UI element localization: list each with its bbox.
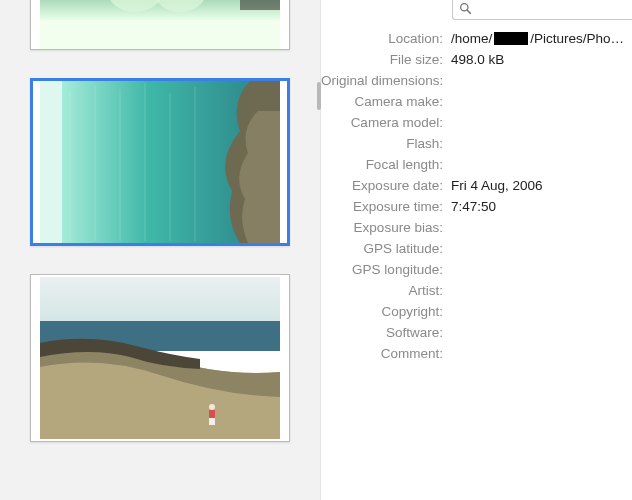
prop-value: 7:47:50 [451, 196, 624, 217]
prop-software: Software: [321, 322, 624, 343]
svg-rect-17 [209, 418, 215, 425]
search-icon [459, 2, 472, 15]
prop-exposure-bias: Exposure bias: [321, 217, 624, 238]
scrollbar-thumb[interactable] [317, 82, 321, 110]
svg-rect-3 [40, 20, 280, 50]
prop-label: Camera model: [321, 112, 451, 133]
thumbnail-item[interactable] [30, 274, 290, 442]
prop-comment: Comment: [321, 343, 624, 364]
properties-list: Location: /home//Pictures/Pho… File size… [321, 28, 632, 364]
photo-thumbnail-icon [40, 81, 280, 243]
prop-label: Original dimensions: [321, 70, 451, 91]
prop-artist: Artist: [321, 280, 624, 301]
prop-original-dimensions: Original dimensions: [321, 70, 624, 91]
prop-label: Software: [321, 322, 451, 343]
prop-value: 498.0 kB [451, 49, 624, 70]
prop-label: Exposure time: [321, 196, 451, 217]
thumbnail-strip[interactable] [0, 0, 321, 500]
redacted-username [494, 32, 528, 45]
svg-rect-6 [40, 81, 62, 243]
thumbnail-item[interactable] [30, 0, 290, 50]
prop-label: GPS latitude: [321, 238, 451, 259]
prop-label: Comment: [321, 343, 451, 364]
search-input[interactable] [478, 1, 632, 16]
prop-camera-make: Camera make: [321, 91, 624, 112]
prop-exposure-time: Exposure time: 7:47:50 [321, 196, 624, 217]
path-suffix: /Pictures/Pho… [530, 28, 624, 49]
prop-label: File size: [321, 49, 451, 70]
svg-line-19 [467, 10, 470, 13]
prop-label: Flash: [321, 133, 451, 154]
prop-label: Copyright: [321, 301, 451, 322]
prop-gps-latitude: GPS latitude: [321, 238, 624, 259]
prop-flash: Flash: [321, 133, 624, 154]
prop-copyright: Copyright: [321, 301, 624, 322]
thumbnail-item-selected[interactable] [30, 78, 290, 246]
app-root: Location: /home//Pictures/Pho… File size… [0, 0, 632, 500]
prop-file-size: File size: 498.0 kB [321, 49, 624, 70]
prop-label: Exposure bias: [321, 217, 451, 238]
prop-label: Location: [321, 28, 451, 49]
prop-value: Fri 4 Aug, 2006 [451, 175, 624, 196]
svg-point-15 [209, 404, 215, 410]
svg-rect-4 [240, 0, 280, 10]
prop-label: Focal length: [321, 154, 451, 175]
prop-gps-longitude: GPS longitude: [321, 259, 624, 280]
path-prefix: /home/ [451, 28, 492, 49]
prop-value: /home//Pictures/Pho… [451, 28, 624, 49]
details-panel: Location: /home//Pictures/Pho… File size… [321, 0, 632, 500]
prop-camera-model: Camera model: [321, 112, 624, 133]
prop-exposure-date: Exposure date: Fri 4 Aug, 2006 [321, 175, 624, 196]
photo-thumbnail-icon [40, 277, 280, 439]
prop-label: GPS longitude: [321, 259, 451, 280]
search-field[interactable] [452, 0, 632, 20]
svg-rect-16 [209, 410, 215, 418]
prop-label: Camera make: [321, 91, 451, 112]
photo-thumbnail-icon [40, 0, 280, 50]
prop-focal-length: Focal length: [321, 154, 624, 175]
prop-label: Exposure date: [321, 175, 451, 196]
prop-location: Location: /home//Pictures/Pho… [321, 28, 624, 49]
prop-label: Artist: [321, 280, 451, 301]
